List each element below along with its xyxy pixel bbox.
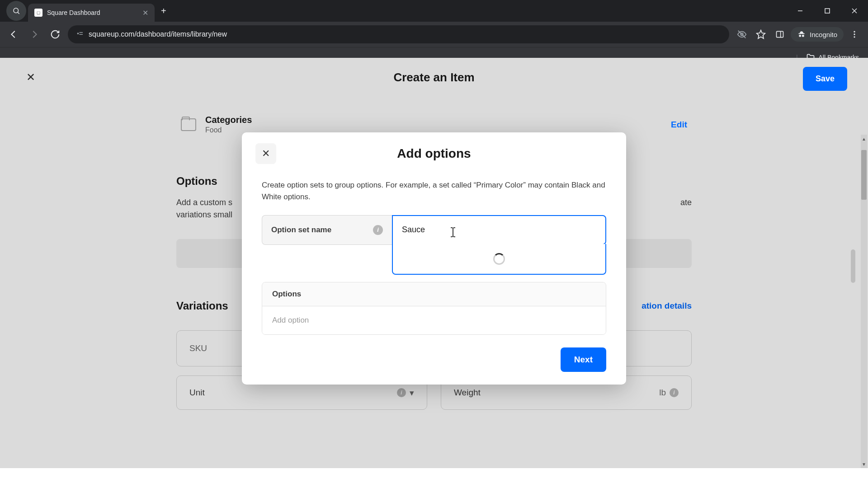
forward-button[interactable] [26,26,42,42]
browser-search-button[interactable] [6,1,26,21]
svg-marker-11 [757,30,765,38]
options-subheading: Options [262,282,606,306]
svg-point-16 [854,36,855,38]
maximize-button[interactable] [814,0,841,22]
browser-tab[interactable]: □ Square Dashboard ✕ [28,4,155,22]
reload-button[interactable] [47,26,63,42]
side-panel-icon[interactable] [772,26,788,42]
bookmark-star-icon[interactable] [753,26,769,42]
page-content: ▲ ▼ ✕ Create an Item Save Categories Foo… [0,58,868,468]
browser-chrome: □ Square Dashboard ✕ + squareup.com/dash… [0,0,868,58]
option-set-name-label: Option set name i [262,215,392,245]
eye-off-icon[interactable] [734,26,750,42]
address-bar: squareup.com/dashboard/items/library/new… [0,22,868,47]
svg-point-0 [14,8,19,13]
incognito-icon [797,30,806,39]
url-text: squareup.com/dashboard/items/library/new [89,30,227,38]
options-block: Options [262,282,606,335]
option-set-name-input[interactable] [392,215,606,245]
svg-line-1 [18,12,19,14]
minimize-button[interactable] [787,0,814,22]
incognito-chip[interactable]: Incognito [791,27,844,42]
add-option-input[interactable] [262,306,606,334]
svg-rect-12 [777,31,783,37]
close-window-button[interactable] [841,0,868,22]
tab-bar: □ Square Dashboard ✕ + [0,0,868,22]
tab-title: Square Dashboard [47,9,100,16]
svg-point-15 [854,33,855,35]
incognito-label: Incognito [810,31,837,38]
window-controls [787,0,868,22]
next-button[interactable]: Next [561,347,606,372]
browser-menu-icon[interactable] [846,26,863,42]
svg-rect-3 [825,9,830,13]
modal-title: Add options [276,146,613,161]
new-tab-button[interactable]: + [155,6,173,16]
add-options-modal: ✕ Add options Create option sets to grou… [242,132,626,385]
autocomplete-dropdown [392,244,606,275]
back-button[interactable] [5,26,22,42]
tab-close-icon[interactable]: ✕ [142,9,148,17]
modal-wrapper: ✕ Add options Create option sets to grou… [0,58,868,468]
modal-description: Create option sets to group options. For… [262,179,606,203]
modal-close-button[interactable]: ✕ [255,143,276,164]
option-set-name-row: Option set name i [262,215,606,245]
site-info-icon[interactable] [76,29,84,39]
info-icon[interactable]: i [373,225,383,235]
loading-spinner-icon [493,253,505,265]
url-input[interactable]: squareup.com/dashboard/items/library/new [68,25,729,43]
svg-point-6 [77,33,78,34]
svg-point-14 [854,31,855,33]
tab-favicon: □ [34,9,42,17]
